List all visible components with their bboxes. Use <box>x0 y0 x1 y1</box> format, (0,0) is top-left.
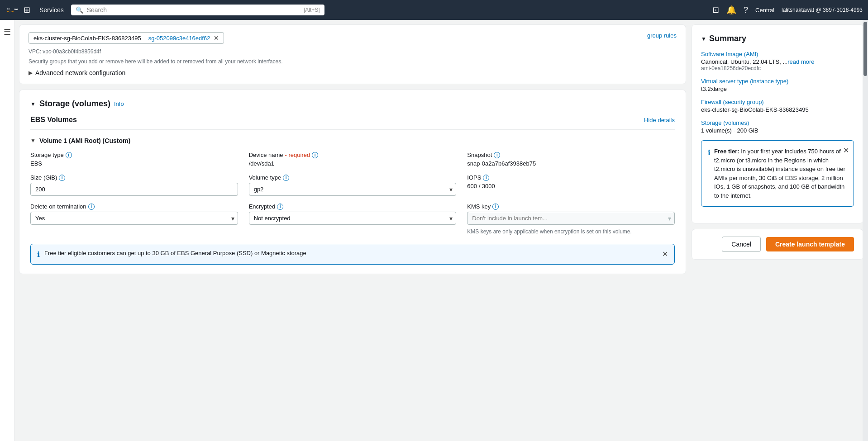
summary-firewall: Firewall (security group) eks-cluster-sg… <box>701 99 854 113</box>
storage-summary-label[interactable]: Storage (volumes) <box>701 119 854 126</box>
kms-key-label: KMS key <box>467 203 491 210</box>
volume-type-select[interactable]: gp2 gp3 io1 st1 <box>249 183 457 196</box>
storage-info-link[interactable]: Info <box>114 100 124 107</box>
firewall-value: eks-cluster-sg-BioColab-EKS-836823495 <box>701 106 854 113</box>
kms-hint: KMS keys are only applicable when encryp… <box>467 228 675 235</box>
device-name-label: Device name <box>249 152 283 158</box>
delete-on-termination-select[interactable]: Yes No <box>30 212 238 225</box>
group-rules-link[interactable]: group rules <box>647 32 677 39</box>
free-tier-notice-close[interactable]: ✕ <box>662 250 668 258</box>
encrypted-select[interactable]: Not encrypted Encrypted <box>249 212 457 225</box>
security-group-tag: eks-cluster-sg-BioColab-EKS-836823495 sg… <box>29 32 224 44</box>
iops-value: 600 / 3000 <box>467 183 675 190</box>
advanced-network-label: Advanced network configuration <box>35 69 125 76</box>
storage-type-info-icon[interactable]: i <box>66 152 72 158</box>
volume-type-info-icon[interactable]: i <box>283 175 289 181</box>
user-menu[interactable]: lalitshaktawat @ 3897-3018-4993 <box>782 7 863 13</box>
sg-remove-icon[interactable]: ✕ <box>214 34 219 42</box>
kms-key-field: KMS key i ▾ KMS keys are only applicable… <box>467 203 675 235</box>
region-selector[interactable]: Central <box>755 7 774 14</box>
sidebar-toggle-icon[interactable]: ☰ <box>4 27 11 37</box>
snapshot-info-icon[interactable]: i <box>494 152 500 158</box>
hide-details-link[interactable]: Hide details <box>644 117 675 123</box>
read-more-link[interactable]: read more <box>787 58 814 65</box>
summary-title: ▼ Summary <box>701 34 854 43</box>
storage-chevron-icon: ▼ <box>30 101 36 107</box>
sg-id: sg-052099c3e416edf62 <box>148 35 210 42</box>
device-name-required: - required <box>285 152 310 158</box>
kms-key-input-wrapper: ▾ <box>467 212 675 225</box>
delete-on-termination-info-icon[interactable]: i <box>88 204 95 210</box>
storage-title: Storage (volumes) <box>39 99 110 109</box>
device-name-field: Device name - required i /dev/sda1 <box>249 152 457 167</box>
action-buttons: Cancel Create launch template <box>692 229 863 260</box>
summary-chevron-icon: ▼ <box>701 36 706 42</box>
volume-fields: Storage type i EBS Device name - require… <box>30 152 675 235</box>
aws-logo[interactable]: aws <box>5 3 20 17</box>
search-input[interactable] <box>87 6 300 14</box>
size-input[interactable] <box>30 183 238 196</box>
firewall-label[interactable]: Firewall (security group) <box>701 99 854 105</box>
encrypted-field: Encrypted i Not encrypted Encrypted ▾ <box>249 203 457 235</box>
free-tier-summary-box: ✕ ℹ Free tier: In your first year includ… <box>701 140 854 207</box>
storage-header: ▼ Storage (volumes) Info <box>30 99 675 109</box>
delete-on-termination-select-wrapper: Yes No ▾ <box>30 212 238 225</box>
storage-summary-value: 1 volume(s) - 200 GiB <box>701 127 854 134</box>
kms-key-input <box>467 212 675 225</box>
notifications-icon[interactable]: ⊡ <box>712 5 719 15</box>
security-group-card: eks-cluster-sg-BioColab-EKS-836823495 sg… <box>19 24 686 84</box>
svg-text:aws: aws <box>14 8 18 10</box>
summary-card: ▼ Summary Software Image (AMI) Canonical… <box>692 24 863 223</box>
scroll-thumb <box>863 22 867 76</box>
left-sidebar: ☰ <box>0 20 14 441</box>
storage-type-label: Storage type <box>30 152 64 158</box>
sg-hint: Security groups that you add or remove h… <box>29 58 283 65</box>
sg-name: eks-cluster-sg-BioColab-EKS-836823495 <box>33 35 141 42</box>
create-launch-template-button[interactable]: Create launch template <box>766 237 854 251</box>
help-icon[interactable]: ? <box>744 5 748 15</box>
snapshot-label: Snapshot <box>467 152 492 158</box>
right-panel: ▼ Summary Software Image (AMI) Canonical… <box>692 24 863 260</box>
size-label: Size (GiB) <box>30 174 57 181</box>
ami-id: ami-0ea18256de20ecdfc <box>701 65 854 71</box>
scrollbar[interactable] <box>863 20 868 441</box>
encrypted-info-icon[interactable]: i <box>277 204 283 210</box>
free-tier-info-icon: ℹ <box>37 250 40 259</box>
search-shortcut: [Alt+S] <box>304 7 320 13</box>
summary-storage: Storage (volumes) 1 volume(s) - 200 GiB <box>701 119 854 134</box>
size-info-icon[interactable]: i <box>59 175 65 181</box>
delete-on-termination-field: Delete on termination i Yes No ▾ <box>30 203 238 235</box>
software-image-value: Canonical, Ubuntu, 22.04 LTS, ...read mo… <box>701 58 854 65</box>
free-tier-box-icon: ℹ <box>708 147 711 158</box>
iops-info-icon[interactable]: i <box>483 175 489 181</box>
cancel-button[interactable]: Cancel <box>722 237 761 252</box>
snapshot-field: Snapshot i snap-0a2a7b6af3938eb75 <box>467 152 675 167</box>
free-tier-box-text: Free tier: In your first year includes 7… <box>714 147 847 200</box>
device-name-info-icon[interactable]: i <box>312 152 318 158</box>
services-nav-button[interactable]: Services <box>36 5 67 15</box>
global-search[interactable]: 🔍 [Alt+S] <box>71 5 324 15</box>
virtual-server-label[interactable]: Virtual server type (instance type) <box>701 78 854 85</box>
snapshot-value: snap-0a2a7b6af3938eb75 <box>467 160 675 167</box>
ebs-volumes-title: EBS Volumes <box>30 116 77 124</box>
software-image-label[interactable]: Software Image (AMI) <box>701 51 854 57</box>
size-field: Size (GiB) i <box>30 174 238 196</box>
grid-icon[interactable]: ⊞ <box>24 5 30 15</box>
summary-virtual-server: Virtual server type (instance type) t3.2… <box>701 78 854 92</box>
volume-1-section: ▼ Volume 1 (AMI Root) (Custom) Storage t… <box>30 137 675 235</box>
free-tier-notice-text: Free tier eligible customers can get up … <box>44 250 306 256</box>
summary-title-text: Summary <box>709 34 746 43</box>
virtual-server-value: t3.2xlarge <box>701 85 854 92</box>
content-area: eks-cluster-sg-BioColab-EKS-836823495 sg… <box>14 20 868 441</box>
ebs-volumes-header: EBS Volumes Hide details <box>30 116 675 130</box>
volume-1-header[interactable]: ▼ Volume 1 (AMI Root) (Custom) <box>30 137 675 144</box>
chevron-right-icon: ▶ <box>29 70 33 76</box>
kms-key-info-icon[interactable]: i <box>492 204 499 210</box>
summary-software-image: Software Image (AMI) Canonical, Ubuntu, … <box>701 51 854 71</box>
free-tier-box-close[interactable]: ✕ <box>843 145 849 156</box>
advanced-network-toggle[interactable]: ▶ Advanced network configuration <box>29 65 677 76</box>
bell-icon[interactable]: 🔔 <box>726 5 736 15</box>
storage-type-value: EBS <box>30 160 238 167</box>
free-tier-notice: ℹ Free tier eligible customers can get u… <box>30 244 675 265</box>
volume-type-field: Volume type i gp2 gp3 io1 st1 <box>249 174 457 196</box>
